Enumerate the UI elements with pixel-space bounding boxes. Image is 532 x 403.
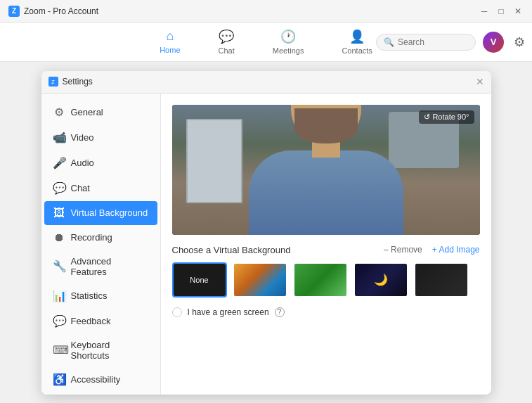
choose-bg-label: Choose a Virtual Background (172, 245, 291, 255)
remove-button[interactable]: – Remove (384, 245, 422, 255)
statistics-label: Statistics (71, 290, 108, 301)
video-icon: 📹 (53, 131, 65, 144)
nav-chat[interactable]: 💬 Chat (210, 25, 243, 59)
background-thumbnails: None 🌙 (172, 262, 480, 298)
virtual-bg-label: Virtual Background (71, 207, 148, 218)
advanced-icon: 🔧 (53, 260, 65, 273)
settings-gear-button[interactable]: ⚙ (514, 34, 525, 50)
sidebar-item-advanced-features[interactable]: 🔧 Advanced Features (44, 250, 157, 283)
top-nav: ⌂ Home 💬 Chat 🕐 Meetings 👤 Contacts 🔍 V … (0, 23, 532, 62)
window-controls: ─ □ ✕ (479, 6, 524, 17)
recording-icon: ⏺ (53, 231, 65, 244)
sidebar-item-statistics[interactable]: 📊 Statistics (44, 283, 157, 308)
choose-bg-actions: – Remove + Add Image (384, 245, 479, 255)
home-label: Home (160, 46, 180, 54)
sidebar-item-recording[interactable]: ⏺ Recording (44, 226, 157, 250)
nav-meetings[interactable]: 🕐 Meetings (264, 25, 313, 59)
minimize-button[interactable]: ─ (479, 6, 490, 17)
sidebar-item-feedback[interactable]: 💬 Feedback (44, 309, 157, 333)
person-body (249, 151, 403, 235)
title-bar: Z Zoom - Pro Account ─ □ ✕ (0, 0, 532, 23)
meetings-icon: 🕐 (280, 29, 296, 44)
app-title: Zoom - Pro Account (24, 6, 98, 16)
sidebar-item-accessibility[interactable]: ♿ Accessibility (44, 367, 157, 392)
bg-object-fridge (186, 119, 242, 203)
sidebar-item-chat[interactable]: 💬 Chat (44, 176, 157, 200)
settings-content: ↺ Rotate 90° Choose a Virtual Background… (161, 94, 491, 395)
settings-body: ⚙ General 📹 Video 🎤 Audio 💬 Chat 🖼 (41, 94, 491, 395)
bg-bridge-preview (234, 264, 286, 296)
accessibility-label: Accessibility (71, 374, 121, 385)
bg-thumb-bridge[interactable] (233, 262, 287, 298)
bg-none-label: None (174, 264, 226, 296)
contacts-label: Contacts (342, 46, 372, 55)
add-image-button[interactable]: + Add Image (432, 245, 480, 255)
recording-label: Recording (71, 232, 112, 243)
chat-icon: 💬 (219, 29, 234, 44)
search-icon: 🔍 (384, 37, 394, 47)
sidebar-item-general[interactable]: ⚙ General (44, 100, 157, 124)
maximize-button[interactable]: □ (495, 6, 507, 17)
sidebar-item-audio[interactable]: 🎤 Audio (44, 151, 157, 175)
nav-home[interactable]: ⌂ Home (151, 25, 188, 59)
feedback-icon: 💬 (53, 314, 65, 328)
keyboard-label: Keyboard Shortcuts (71, 340, 149, 361)
bg-thumb-none[interactable]: None (172, 262, 227, 298)
green-screen-checkbox[interactable] (172, 307, 182, 317)
chat-sidebar-label: Chat (71, 183, 90, 193)
general-icon: ⚙ (53, 105, 65, 119)
close-button[interactable]: ✕ (512, 6, 524, 17)
search-box[interactable]: 🔍 (376, 34, 476, 51)
sidebar-item-keyboard-shortcuts[interactable]: ⌨ Keyboard Shortcuts (44, 334, 157, 366)
main-area: Z Settings ✕ ⚙ General 📹 Video 🎤 Audio (0, 62, 532, 403)
video-preview: ↺ Rotate 90° (172, 105, 480, 235)
chat-sidebar-icon: 💬 (53, 181, 65, 195)
nav-items: ⌂ Home 💬 Chat 🕐 Meetings 👤 Contacts (151, 25, 381, 59)
video-label: Video (71, 132, 94, 143)
sidebar-item-video[interactable]: 📹 Video (44, 125, 157, 150)
meetings-label: Meetings (273, 46, 304, 55)
settings-close-button[interactable]: ✕ (476, 76, 484, 87)
search-input[interactable] (398, 37, 468, 47)
nav-contacts[interactable]: 👤 Contacts (333, 25, 380, 59)
green-screen-info-button[interactable]: ? (275, 307, 285, 317)
chat-label: Chat (219, 46, 235, 55)
advanced-label: Advanced Features (71, 256, 149, 277)
choose-bg-row: Choose a Virtual Background – Remove + A… (172, 245, 480, 255)
title-bar-left: Z Zoom - Pro Account (8, 6, 98, 17)
settings-sidebar: ⚙ General 📹 Video 🎤 Audio 💬 Chat 🖼 (41, 94, 161, 395)
bg-grass-preview (294, 264, 346, 296)
sidebar-item-virtual-background[interactable]: 🖼 Virtual Background (44, 201, 157, 225)
feedback-label: Feedback (71, 316, 111, 326)
green-screen-row: I have a green screen ? (172, 307, 480, 317)
settings-title: Settings (63, 77, 476, 87)
nav-right: 🔍 V (376, 32, 504, 53)
green-screen-label: I have a green screen (188, 307, 269, 317)
home-icon: ⌂ (166, 29, 174, 44)
app-icon: Z (8, 6, 20, 17)
accessibility-icon: ♿ (53, 373, 65, 386)
settings-icon: Z (48, 77, 58, 87)
audio-label: Audio (71, 158, 94, 168)
virtual-bg-icon: 🖼 (53, 207, 65, 219)
bg-thumb-space[interactable]: 🌙 (353, 262, 408, 298)
rotate-button[interactable]: ↺ Rotate 90° (419, 110, 474, 124)
audio-icon: 🎤 (53, 156, 65, 169)
settings-titlebar: Z Settings ✕ (41, 71, 491, 94)
contacts-icon: 👤 (349, 29, 365, 44)
avatar[interactable]: V (483, 32, 504, 53)
bg-thumb-grass[interactable] (293, 262, 348, 298)
keyboard-icon: ⌨ (53, 343, 65, 357)
statistics-icon: 📊 (53, 289, 65, 302)
video-feed (172, 105, 480, 235)
bg-thumb-dark[interactable] (414, 262, 469, 298)
settings-window: Z Settings ✕ ⚙ General 📹 Video 🎤 Audio (41, 71, 491, 395)
person-beard (294, 108, 358, 143)
bg-space-preview: 🌙 (355, 264, 407, 296)
bg-dark-preview (415, 264, 467, 296)
general-label: General (71, 107, 103, 117)
